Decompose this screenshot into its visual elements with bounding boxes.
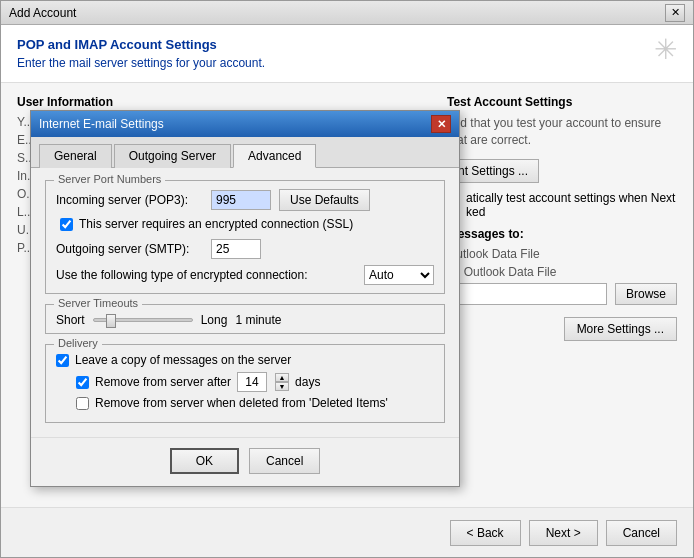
encrypt-select[interactable]: Auto None SSL/TLS STARTTLS (364, 265, 434, 285)
timeout-slider[interactable] (93, 318, 193, 322)
deliver-option-1: Outlook Data File (447, 247, 677, 261)
outer-titlebar: Add Account ✕ (1, 1, 693, 25)
days-input[interactable] (237, 372, 267, 392)
encrypt-row: Use the following type of encrypted conn… (56, 265, 434, 285)
back-button[interactable]: < Back (450, 520, 521, 546)
remove-after-row: Remove from server after ▲ ▼ days (56, 372, 434, 392)
remove-after-checkbox[interactable] (76, 376, 89, 389)
timeout-value: 1 minute (235, 313, 281, 327)
days-label: days (295, 375, 320, 389)
incoming-server-row: Incoming server (POP3): Use Defaults (56, 189, 434, 211)
incoming-server-input[interactable] (211, 190, 271, 210)
test-section-label: Test Account Settings (447, 95, 677, 109)
delivery-legend: Delivery (54, 337, 102, 349)
remove-deleted-row: Remove from server when deleted from 'De… (56, 396, 434, 410)
spin-down-button[interactable]: ▼ (275, 382, 289, 391)
outgoing-server-input[interactable] (211, 239, 261, 259)
dialog-body: Server Port Numbers Incoming server (POP… (31, 168, 459, 437)
use-defaults-button[interactable]: Use Defaults (279, 189, 370, 211)
header-description: Enter the mail server settings for your … (17, 56, 265, 70)
spin-up-button[interactable]: ▲ (275, 373, 289, 382)
ssl-checkbox[interactable] (60, 218, 73, 231)
days-spinner: ▲ ▼ (275, 373, 289, 391)
timeout-row: Short Long 1 minute (56, 313, 434, 327)
auto-test-label: atically test account settings when Next… (466, 191, 677, 219)
outer-header: POP and IMAP Account Settings Enter the … (1, 25, 693, 83)
remove-after-label: Remove from server after (95, 375, 231, 389)
browse-input[interactable] (447, 283, 607, 305)
encrypt-label: Use the following type of encrypted conn… (56, 268, 364, 282)
server-port-numbers-section: Server Port Numbers Incoming server (POP… (45, 180, 445, 294)
outer-title: Add Account (9, 6, 76, 20)
deliver-to-label: messages to: (447, 227, 677, 241)
dialog-close-button[interactable]: ✕ (431, 115, 451, 133)
auto-test-row: atically test account settings when Next… (447, 191, 677, 219)
outer-footer: < Back Next > Cancel (1, 507, 693, 557)
outgoing-server-label: Outgoing server (SMTP): (56, 242, 211, 256)
right-panel: Test Account Settings end that you test … (447, 95, 677, 475)
outer-close-button[interactable]: ✕ (665, 4, 685, 22)
dialog-titlebar: Internet E-mail Settings ✕ (31, 111, 459, 137)
more-settings-button[interactable]: More Settings ... (564, 317, 677, 341)
leave-copy-row: Leave a copy of messages on the server (56, 353, 434, 367)
short-label: Short (56, 313, 85, 327)
next-button[interactable]: Next > (529, 520, 598, 546)
header-icon: ✳ (654, 33, 677, 66)
long-label: Long (201, 313, 228, 327)
delivery-section: Delivery Leave a copy of messages on the… (45, 344, 445, 423)
cancel-button[interactable]: Cancel (606, 520, 677, 546)
header-text: POP and IMAP Account Settings Enter the … (17, 37, 265, 70)
slider-thumb[interactable] (106, 314, 116, 328)
user-info-label: User Information (17, 95, 431, 109)
dialog-title: Internet E-mail Settings (39, 117, 164, 131)
tab-outgoing-server[interactable]: Outgoing Server (114, 144, 231, 168)
dialog-footer: OK Cancel (31, 437, 459, 486)
ssl-label: This server requires an encrypted connec… (79, 217, 353, 231)
tab-advanced[interactable]: Advanced (233, 144, 316, 168)
leave-copy-label: Leave a copy of messages on the server (75, 353, 291, 367)
outgoing-server-row: Outgoing server (SMTP): (56, 239, 434, 259)
email-settings-dialog: Internet E-mail Settings ✕ General Outgo… (30, 110, 460, 487)
server-timeouts-section: Server Timeouts Short Long 1 minute (45, 304, 445, 334)
leave-copy-checkbox[interactable] (56, 354, 69, 367)
remove-deleted-checkbox[interactable] (76, 397, 89, 410)
browse-row: Browse (447, 283, 677, 305)
timeout-legend: Server Timeouts (54, 297, 142, 309)
dialog-cancel-button[interactable]: Cancel (249, 448, 320, 474)
incoming-server-label: Incoming server (POP3): (56, 193, 211, 207)
ssl-checkbox-row: This server requires an encrypted connec… (60, 217, 434, 231)
account-settings-button[interactable]: nt Settings ... (447, 159, 539, 183)
header-title: POP and IMAP Account Settings (17, 37, 265, 52)
remove-deleted-label: Remove from server when deleted from 'De… (95, 396, 388, 410)
tab-general[interactable]: General (39, 144, 112, 168)
deliver-option-2: ng Outlook Data File (447, 265, 677, 279)
dialog-ok-button[interactable]: OK (170, 448, 239, 474)
dialog-tabs: General Outgoing Server Advanced (31, 137, 459, 168)
server-port-legend: Server Port Numbers (54, 173, 165, 185)
browse-button[interactable]: Browse (615, 283, 677, 305)
test-description: end that you test your account to ensure… (447, 115, 677, 149)
